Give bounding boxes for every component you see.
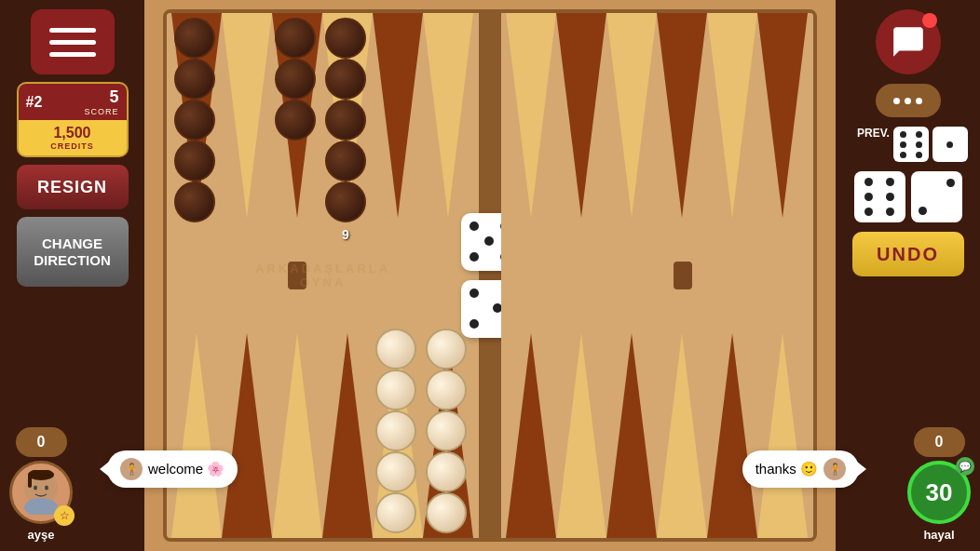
svg-point-2 [45,486,48,491]
player-left-score: 0 [16,427,67,457]
player-right-chat-icon[interactable]: 💬 [956,457,974,476]
current-die-1 [854,171,905,222]
player-right-name: hayal [923,528,954,542]
chat-icon [891,24,926,60]
current-dice-display [854,171,962,222]
checker-dark [174,100,215,141]
dot-icon [905,98,911,104]
player-left-star: ☆ [54,505,75,526]
svg-rect-4 [28,475,32,488]
dot-icon [893,98,900,104]
credits-value: 1,500 [53,125,90,141]
checker-light [375,492,416,533]
resign-button[interactable]: RESIGN [17,165,129,209]
checker-dark [275,100,316,141]
board-watermark: ARKADAŞLARLAOYNA [255,262,390,289]
board-divider [479,13,501,538]
current-die-2 [911,171,962,222]
menu-button[interactable] [31,9,115,74]
resign-label: RESIGN [37,178,107,197]
chat-left-mini-avatar: 🧍 [120,458,143,480]
checker-light [426,370,467,410]
prev-die-1 [893,127,929,162]
checker-dark [325,100,366,141]
checker-light [375,451,416,492]
avatar-face-icon [22,470,60,515]
undo-label: UNDO [877,244,939,265]
score-value: 5 [109,87,118,107]
timer-value: 30 [926,478,953,507]
checker-light [375,410,416,451]
checker-dark [174,18,215,59]
checker-dark [275,59,316,100]
player-left-name: ayşe [28,528,55,542]
checker-dark [174,181,215,222]
dots-menu-button[interactable] [876,84,941,117]
board-container: 9 ARKADAŞLARLAOYNA [144,0,836,551]
credits-label: CREDITS [23,141,122,151]
chat-left-message: welcome 🌸 [148,461,225,477]
checker-dark [325,141,366,181]
player-right-timer-wrap: 30 💬 [907,461,971,524]
checker-light [375,370,416,410]
checker-light [375,329,416,370]
prev-label: PREV. [857,127,890,140]
checker-dark [325,18,366,59]
svg-point-1 [34,486,37,491]
score-label: SCORE [84,107,118,116]
chat-right-mini-avatar: 🧍 [823,458,846,480]
checker-light [426,492,467,533]
undo-button[interactable]: UNDO [852,232,964,276]
player-right: 0 30 💬 hayal [907,427,971,542]
change-direction-button[interactable]: CHANGE DIRECTION [17,217,129,287]
dot-icon [916,98,922,104]
notification-dot [922,13,937,28]
checker-dark [325,181,366,222]
stack-number: 9 [325,227,366,242]
chat-right-message: thanks 🙂 [755,461,818,477]
change-direction-label: CHANGE DIRECTION [21,235,124,269]
rank-badge: #2 [26,94,43,111]
checker-dark [275,18,316,59]
checker-dark [325,59,366,100]
prev-die-2 [932,127,968,162]
score-box: #2 5 SCORE 1,500 CREDITS [17,82,129,157]
player-left-avatar-wrap: ☆ [9,461,73,524]
checker-light [426,410,467,451]
chat-bubble-left: 🧍 welcome 🌸 [107,450,238,488]
checker-light [426,451,467,492]
game-board[interactable]: 9 ARKADAŞLARLAOYNA [163,9,817,542]
player-right-score: 0 [914,427,965,457]
chat-bubble-right: thanks 🙂 🧍 [742,450,859,488]
checker-dark [174,141,215,181]
player-left: 0 ☆ ayşe [9,427,73,542]
chat-button[interactable] [876,9,941,74]
checker-dark [174,59,215,100]
